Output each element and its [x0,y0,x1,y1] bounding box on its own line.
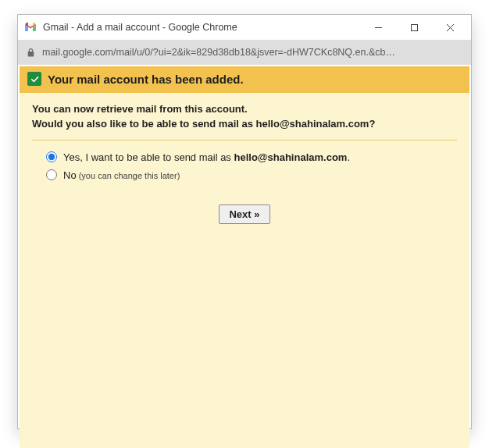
option-yes[interactable]: Yes, I want to be able to send mail as h… [46,148,457,166]
option-no[interactable]: No (you can change this later) [46,166,457,184]
lock-icon [26,48,36,58]
page-content: Your mail account has been added. You ca… [20,66,469,427]
option-no-note: (you can change this later) [77,171,180,180]
intro-line2-email: hello@shahinalam.com [256,118,369,130]
option-no-text: No [63,169,77,181]
banner-text: Your mail account has been added. [48,73,244,86]
dialog-body: You can now retrieve mail from this acco… [20,93,469,448]
maximize-button[interactable] [396,16,432,39]
radio-yes[interactable] [46,151,57,162]
svg-rect-1 [411,24,417,30]
address-bar: mail.google.com/mail/u/0/?ui=2&ik=829d38… [18,40,471,65]
title-bar: Gmail - Add a mail account - Google Chro… [18,15,471,40]
app-window: Gmail - Add a mail account - Google Chro… [17,14,472,429]
radio-group: Yes, I want to be able to send mail as h… [46,148,457,184]
intro-line2-suffix: ? [369,118,375,130]
next-button[interactable]: Next » [219,204,269,224]
intro-line1: You can now retrieve mail from this acco… [32,103,248,115]
checkmark-icon [27,72,41,86]
option-yes-label: Yes, I want to be able to send mail as h… [63,151,350,163]
intro-text: You can now retrieve mail from this acco… [32,102,457,140]
option-yes-email: hello@shahinalam.com [234,151,348,163]
option-yes-suffix: . [347,151,350,163]
radio-no[interactable] [46,169,57,180]
gmail-favicon-icon [24,21,37,34]
success-banner: Your mail account has been added. [20,66,469,93]
option-yes-prefix: Yes, I want to be able to send mail as [63,151,234,163]
url-text[interactable]: mail.google.com/mail/u/0/?ui=2&ik=829d38… [42,47,463,58]
close-button[interactable] [432,16,468,39]
minimize-button[interactable] [360,16,396,39]
window-controls [360,16,468,39]
button-row: Next » [32,204,457,224]
intro-line2-prefix: Would you also like to be able to send m… [32,118,256,130]
option-no-label: No (you can change this later) [63,169,180,181]
window-title: Gmail - Add a mail account - Google Chro… [43,22,360,33]
